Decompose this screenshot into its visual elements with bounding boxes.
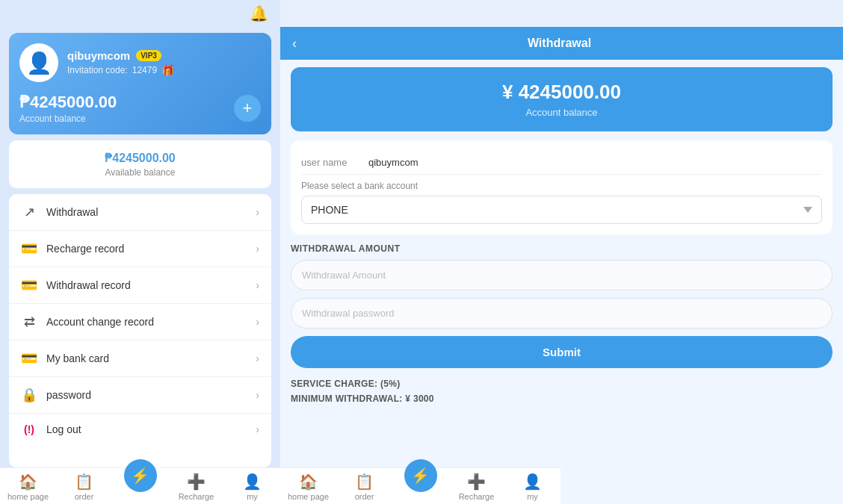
recharge-record-icon: 💳	[21, 240, 37, 257]
withdrawal-amount-input[interactable]	[291, 260, 833, 290]
gift-icon: 🎁	[161, 64, 174, 76]
menu-item-bank-card[interactable]: 💳 My bank card ›	[9, 340, 271, 377]
available-label: Available balance	[19, 167, 261, 178]
menu-item-account-change[interactable]: ⇄ Account change record ›	[9, 304, 271, 340]
right-nav-order[interactable]: 📋 order	[336, 473, 392, 501]
right-title: Withdrawal	[306, 37, 813, 50]
right-nav-my-label: my	[527, 492, 538, 501]
left-nav-order[interactable]: 📋 order	[56, 473, 112, 501]
vip-badge: VIP3	[136, 50, 161, 61]
right-nav-order-label: order	[355, 492, 374, 501]
right-center-flash-button[interactable]: ⚡	[404, 459, 437, 492]
bank-select-label: Please select a bank account	[301, 181, 822, 191]
logout-icon: (!)	[21, 423, 37, 435]
available-amount: ₱4245000.00	[19, 151, 261, 165]
right-content: ¥ 4245000.00 Account balance user name q…	[280, 60, 843, 467]
arrow-icon-6: ›	[256, 389, 259, 401]
profile-top: 👤 qibuymcom VIP3 Invitation code: 12479 …	[19, 43, 261, 82]
bank-card-icon: 💳	[21, 350, 37, 367]
balance-info: ₱4245000.00 Account balance	[19, 93, 117, 124]
center-flash-button[interactable]: ⚡	[124, 459, 157, 492]
big-balance: ¥ 4245000.00	[304, 81, 819, 104]
withdrawal-icon: ↗	[21, 204, 37, 220]
withdrawal-password-input[interactable]	[291, 298, 833, 329]
invite-code: 12479	[132, 65, 157, 75]
arrow-icon-5: ›	[256, 352, 259, 364]
username-row: user name qibuymcom	[301, 151, 822, 175]
arrow-icon-4: ›	[256, 316, 259, 328]
bell-icon[interactable]: 🔔	[250, 4, 268, 22]
service-charge-info: SERVICE CHARGE: (5%)	[291, 379, 833, 389]
username-field-label: user name	[301, 157, 368, 168]
menu-item-withdrawal[interactable]: ↗ Withdrawal ›	[9, 194, 271, 231]
balance-row: ₱4245000.00 Account balance +	[19, 93, 261, 124]
withdrawal-amount-section-label: WITHDRAWAL AMOUNT	[291, 243, 833, 254]
right-panel: ‹ Withdrawal ¥ 4245000.00 Account balanc…	[280, 27, 843, 504]
left-nav-home[interactable]: 🏠 home page	[0, 473, 56, 501]
add-button[interactable]: +	[234, 95, 261, 122]
profile-name-row: qibuymcom VIP3	[67, 49, 261, 62]
username: qibuymcom	[67, 49, 130, 62]
back-button[interactable]: ‹	[292, 36, 297, 52]
balance-display-card: ¥ 4245000.00 Account balance	[291, 67, 833, 131]
password-icon: 🔒	[21, 387, 37, 403]
right-my-icon: 👤	[523, 473, 542, 491]
bank-account-select[interactable]: PHONE	[301, 196, 822, 224]
my-icon: 👤	[243, 473, 262, 491]
arrow-icon-2: ›	[256, 243, 259, 255]
home-icon: 🏠	[19, 473, 37, 491]
left-nav-my-label: my	[247, 492, 258, 501]
withdrawal-record-icon: 💳	[21, 277, 37, 293]
top-bar: 🔔	[0, 0, 280, 27]
menu-label-account-change: Account change record	[46, 316, 247, 328]
arrow-icon-3: ›	[256, 279, 259, 291]
left-nav-center[interactable]: ⚡	[112, 473, 168, 501]
right-nav-home[interactable]: 🏠 home page	[280, 473, 336, 501]
invite-label: Invitation code:	[67, 65, 128, 75]
right-nav-center[interactable]: ⚡	[392, 473, 448, 501]
arrow-icon: ›	[256, 206, 259, 218]
minimum-withdrawal-info: MINIMUM WITHDRAWAL: ¥ 3000	[291, 393, 833, 404]
user-info-card: user name qibuymcom Please select a bank…	[291, 140, 833, 234]
invite-row: Invitation code: 12479 🎁	[67, 64, 261, 76]
menu-label-withdrawal: Withdrawal	[46, 206, 247, 218]
balance-label: Account balance	[19, 113, 117, 124]
recharge-icon: ➕	[187, 473, 206, 491]
right-recharge-icon: ➕	[467, 473, 486, 491]
app-layout: 👤 qibuymcom VIP3 Invitation code: 12479 …	[0, 27, 843, 504]
right-nav-home-label: home page	[288, 492, 329, 501]
left-nav-recharge[interactable]: ➕ Recharge	[168, 473, 224, 501]
profile-card: 👤 qibuymcom VIP3 Invitation code: 12479 …	[9, 33, 271, 134]
right-nav-recharge-label: Recharge	[459, 492, 495, 501]
menu-label-password: password	[46, 389, 247, 401]
submit-button[interactable]: Submit	[291, 336, 833, 368]
account-change-icon: ⇄	[21, 314, 37, 330]
right-home-icon: 🏠	[299, 473, 318, 491]
big-balance-label: Account balance	[304, 107, 819, 118]
left-bottom-nav: 🏠 home page 📋 order ⚡ ➕ Recharge 👤 my	[0, 467, 280, 504]
balance-amount: ₱4245000.00	[19, 93, 117, 112]
left-nav-home-label: home page	[7, 492, 49, 501]
bank-select-section: Please select a bank account PHONE	[301, 181, 822, 224]
right-bottom-nav: 🏠 home page 📋 order ⚡ ➕ Recharge 👤 my	[280, 467, 561, 504]
menu-label-withdrawal-record: Withdrawal record	[46, 279, 247, 291]
menu-label-logout: Log out	[46, 423, 247, 435]
order-icon: 📋	[75, 473, 93, 491]
right-nav-recharge[interactable]: ➕ Recharge	[448, 473, 504, 501]
username-field-value: qibuymcom	[368, 157, 418, 168]
user-icon: 👤	[26, 51, 52, 75]
withdrawal-form: WITHDRAWAL AMOUNT Submit SERVICE CHARGE:…	[291, 243, 833, 404]
arrow-icon-7: ›	[256, 423, 259, 435]
right-order-icon: 📋	[355, 473, 374, 491]
left-nav-order-label: order	[75, 492, 94, 501]
left-nav-my[interactable]: 👤 my	[224, 473, 280, 501]
right-nav-my[interactable]: 👤 my	[504, 473, 561, 501]
menu-label-recharge-record: Recharge record	[46, 243, 247, 255]
menu-list: ↗ Withdrawal › 💳 Recharge record › 💳 Wit…	[9, 194, 271, 467]
profile-info: qibuymcom VIP3 Invitation code: 12479 🎁	[67, 49, 261, 76]
menu-item-password[interactable]: 🔒 password ›	[9, 377, 271, 414]
menu-item-withdrawal-record[interactable]: 💳 Withdrawal record ›	[9, 267, 271, 304]
menu-label-bank-card: My bank card	[46, 352, 247, 364]
menu-item-logout[interactable]: (!) Log out ›	[9, 414, 271, 445]
menu-item-recharge-record[interactable]: 💳 Recharge record ›	[9, 231, 271, 267]
